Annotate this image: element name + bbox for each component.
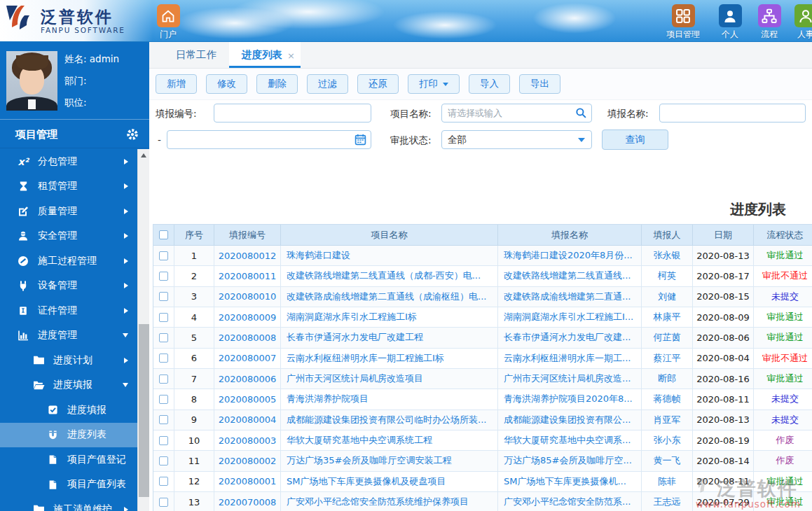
导出-button[interactable]: 导出 xyxy=(519,74,560,94)
nav-item-项目管理[interactable]: 项目管理 xyxy=(662,4,704,41)
project-name-link[interactable]: 改建铁路成渝线增建第二直通线（成渝枢纽）电... xyxy=(281,287,498,307)
sidebar-item-项目产值列表[interactable]: 项目产值列表 xyxy=(0,472,137,498)
sidebar-item-设备管理[interactable]: 设备管理 xyxy=(0,274,137,299)
修改-button[interactable]: 修改 xyxy=(206,74,247,94)
row-checkbox[interactable] xyxy=(159,333,168,342)
table-row[interactable]: 32020080010改建铁路成渝线增建第二直通线（成渝枢纽）电...改建铁路成… xyxy=(153,287,812,307)
report-name-link[interactable]: 珠海鹤港口建设2020年8月份... xyxy=(498,246,642,266)
sidebar-item-施工清单维护[interactable]: 施工清单维护 xyxy=(0,497,137,511)
project-name-link[interactable]: 广安邓小平纪念馆安全防范系统维护保养项目 xyxy=(281,492,498,511)
person-cell[interactable]: 陈菲 xyxy=(642,472,693,492)
row-checkbox[interactable] xyxy=(159,498,168,507)
nav-item-人事[interactable]: 人事 xyxy=(789,4,812,41)
打印-button[interactable]: 打印 xyxy=(408,74,460,94)
report-name-link[interactable]: 万达广场85#会所及咖啡厅空... xyxy=(498,451,642,471)
person-cell[interactable]: 肖亚军 xyxy=(642,410,693,430)
report-code-link[interactable]: 2020080005 xyxy=(214,389,281,410)
过滤-button[interactable]: 过滤 xyxy=(307,74,348,94)
report-code-link[interactable]: 2020080010 xyxy=(214,287,281,307)
person-cell[interactable]: 林康平 xyxy=(642,307,693,328)
person-cell[interactable]: 张小东 xyxy=(642,430,693,451)
report-name-input[interactable] xyxy=(659,104,806,122)
row-checkbox[interactable] xyxy=(159,415,168,424)
sidebar-item-安全管理[interactable]: 安全管理 xyxy=(0,224,137,249)
scroll-up-arrow-icon[interactable] xyxy=(141,153,146,158)
sidebar-item-进度列表[interactable]: 进度列表 xyxy=(0,423,137,448)
sidebar-item-质量管理[interactable]: 质量管理 xyxy=(0,199,137,224)
select-all-checkbox[interactable] xyxy=(159,230,168,239)
report-code-link[interactable]: 2020080009 xyxy=(214,307,281,328)
report-name-link[interactable]: 湖南洞庭湖水库引水工程施工I... xyxy=(498,307,642,328)
row-checkbox[interactable] xyxy=(159,436,168,445)
row-checkbox[interactable] xyxy=(159,477,168,486)
search-icon[interactable] xyxy=(575,107,587,119)
gear-icon[interactable] xyxy=(125,127,139,141)
sidebar-item-项目产值登记[interactable]: 项目产值登记 xyxy=(0,447,137,472)
person-cell[interactable]: 王志远 xyxy=(642,492,693,511)
report-code-link[interactable]: 2020080007 xyxy=(214,349,281,369)
report-code-link[interactable]: 2020080003 xyxy=(214,430,281,451)
row-checkbox[interactable] xyxy=(159,292,168,301)
row-checkbox[interactable] xyxy=(159,456,168,465)
person-cell[interactable]: 蒋德帧 xyxy=(642,389,693,410)
query-button[interactable]: 查询 xyxy=(602,130,668,150)
person-cell[interactable]: 何芷茵 xyxy=(642,328,693,348)
删除-button[interactable]: 删除 xyxy=(256,74,298,94)
report-code-link[interactable]: 2020080008 xyxy=(214,328,281,348)
sidebar-item-进度计划[interactable]: 进度计划 xyxy=(0,348,137,373)
tab-进度列表[interactable]: 进度列表× xyxy=(229,42,301,68)
sidebar-item-租赁管理[interactable]: 租赁管理 xyxy=(0,174,137,200)
sidebar-item-施工过程管理[interactable]: 施工过程管理 xyxy=(0,248,137,274)
project-name-link[interactable]: 珠海鹤港口建设 xyxy=(281,246,498,266)
report-code-link[interactable]: 2020080011 xyxy=(214,266,281,286)
nav-item-portal[interactable]: 门户 xyxy=(154,4,182,41)
table-row[interactable]: 22020080011改建铁路线增建第二线直通线（成都-西安）电...改建铁路线… xyxy=(153,266,812,286)
row-checkbox[interactable] xyxy=(159,395,168,404)
report-code-link[interactable]: 2020080002 xyxy=(214,451,281,471)
date-range-input[interactable] xyxy=(167,130,371,149)
table-row[interactable]: 102020080003华软大厦研究基地中央空调系统工程华软大厦研究基地中央空调… xyxy=(153,430,812,451)
row-checkbox[interactable] xyxy=(159,374,168,384)
project-name-link[interactable]: 改建铁路线增建第二线直通线（成都-西安）电... xyxy=(281,266,498,286)
sidebar-item-进度管理[interactable]: 进度管理 xyxy=(0,323,137,349)
report-name-link[interactable]: 广州市天河区统计局机房改造... xyxy=(498,369,642,389)
report-name-link[interactable]: 长春市伊通河水力发电厂改建... xyxy=(498,328,642,348)
sidebar-scrollbar[interactable] xyxy=(137,149,149,511)
report-code-link[interactable]: 2020080006 xyxy=(214,369,281,389)
table-row[interactable]: 12020080012珠海鹤港口建设珠海鹤港口建设2020年8月份...张永银2… xyxy=(153,246,812,266)
person-cell[interactable]: 张永银 xyxy=(642,246,693,266)
新增-button[interactable]: 新增 xyxy=(156,74,197,94)
project-name-link[interactable]: 湖南洞庭湖水库引水工程施工I标 xyxy=(281,307,498,328)
project-name-link[interactable]: SM广场地下车库更换摄像机及硬盘项目 xyxy=(281,472,498,492)
project-name-link[interactable]: 万达广场35#会所及咖啡厅空调安装工程 xyxy=(281,451,498,471)
report-code-link[interactable]: 2020080012 xyxy=(214,246,281,266)
report-name-link[interactable]: 云南水利枢纽潜明水库一期工... xyxy=(498,349,642,369)
sidebar-item-证件管理[interactable]: 证件管理 xyxy=(0,298,137,323)
table-row[interactable]: 122020080001SM广场地下车库更换摄像机及硬盘项目SM广场地下车库更换… xyxy=(153,472,812,492)
table-row[interactable]: 82020080005青海洪湖养护院项目青海洪湖养护院项目2020年8...蒋德… xyxy=(153,389,812,410)
person-cell[interactable]: 断郎 xyxy=(642,369,693,389)
report-name-link[interactable]: 改建铁路成渝线增建第二直通... xyxy=(498,287,642,307)
tab-日常工作[interactable]: 日常工作 xyxy=(163,42,229,68)
calendar-icon[interactable] xyxy=(355,134,366,146)
table-row[interactable]: 132020070008广安邓小平纪念馆安全防范系统维护保养项目广安邓小平纪念馆… xyxy=(153,492,812,511)
report-name-link[interactable]: 广安邓小平纪念馆安全防范系... xyxy=(498,492,642,511)
table-row[interactable]: 52020080008长春市伊通河水力发电厂改建工程长春市伊通河水力发电厂改建.… xyxy=(153,328,812,348)
table-row[interactable]: 72020080006广州市天河区统计局机房改造项目广州市天河区统计局机房改造.… xyxy=(153,369,812,389)
sidebar-item-进度填报[interactable]: 进度填报 xyxy=(0,373,137,398)
导入-button[interactable]: 导入 xyxy=(469,74,510,94)
project-name-input[interactable] xyxy=(441,104,592,122)
close-icon[interactable]: × xyxy=(287,43,295,69)
report-code-link[interactable]: 2020070008 xyxy=(214,492,281,511)
person-cell[interactable]: 刘健 xyxy=(642,287,693,307)
report-name-link[interactable]: 青海洪湖养护院项目2020年8... xyxy=(498,389,642,410)
table-row[interactable]: 92020080004成都能源建设集团投资有限公司临时办公场所装...成都能源建… xyxy=(153,410,812,430)
project-name-link[interactable]: 长春市伊通河水力发电厂改建工程 xyxy=(281,328,498,348)
report-name-link[interactable]: SM广场地下车库更换摄像机... xyxy=(498,472,642,492)
sidebar-item-分包管理[interactable]: x²分包管理 xyxy=(0,149,137,174)
table-row[interactable]: 112020080002万达广场35#会所及咖啡厅空调安装工程万达广场85#会所… xyxy=(153,451,812,471)
person-cell[interactable]: 黄一飞 xyxy=(642,451,693,471)
project-name-link[interactable]: 云南水利枢纽潜明水库一期工程施工I标 xyxy=(281,349,498,369)
person-cell[interactable]: 柯英 xyxy=(642,266,693,286)
row-checkbox[interactable] xyxy=(159,251,168,260)
